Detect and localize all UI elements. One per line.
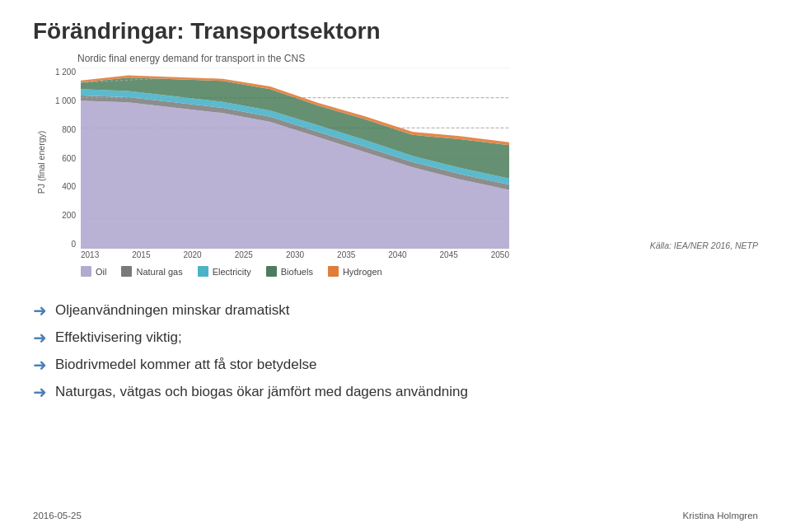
bullet-text-3: Biodrivmedel kommer att få stor betydels…: [55, 356, 316, 375]
legend-hydrogen-label: Hydrogen: [343, 267, 382, 277]
legend-natural-gas-icon: [121, 266, 132, 277]
x-label-2045: 2045: [440, 250, 458, 259]
legend-natural-gas: Natural gas: [121, 266, 182, 277]
x-axis-labels: 2013 2015 2020 2025 2030 2035 2040 2045 …: [81, 250, 509, 259]
bullet-item-3: ➜ Biodrivmedel kommer att få stor betyde…: [33, 356, 758, 375]
legend-electricity: Electricity: [198, 266, 251, 277]
x-label-2040: 2040: [388, 250, 406, 259]
chart-source: Källa: IEA/NER 2016, NETP: [650, 240, 758, 250]
x-label-2030: 2030: [286, 250, 304, 259]
chart-title: Nordic final energy demand for transport…: [77, 53, 758, 64]
y-label-0: 0: [49, 240, 76, 249]
x-label-2025: 2025: [235, 250, 253, 259]
y-label-400: 400: [49, 182, 76, 191]
chart-area: Nordic final energy demand for transport…: [33, 53, 758, 292]
bullet-text-2: Effektivisering viktig;: [55, 329, 182, 348]
x-label-2015: 2015: [132, 250, 150, 259]
bullet-arrow-2: ➜: [33, 328, 47, 348]
legend-hydrogen-icon: [328, 266, 339, 277]
x-label-2050: 2050: [491, 250, 509, 259]
area-chart: [81, 68, 509, 249]
bullet-arrow-3: ➜: [33, 355, 47, 375]
legend-biofuels: Biofuels: [266, 266, 313, 277]
bullet-text-4: Naturgas, vätgas och biogas ökar jämfört…: [55, 383, 468, 402]
bullet-text-1: Oljeanvändningen minskar dramatiskt: [55, 301, 289, 320]
bullet-arrow-1: ➜: [33, 301, 47, 320]
legend-hydrogen: Hydrogen: [328, 266, 382, 277]
y-axis-label: PJ (final energy): [33, 68, 49, 257]
y-label-600: 600: [49, 154, 76, 163]
y-label-1200: 1 200: [49, 68, 76, 77]
legend-oil-icon: [81, 266, 91, 277]
chart-legend: Oil Natural gas Electricity Biofuel: [81, 266, 758, 277]
y-label-200: 200: [49, 211, 76, 220]
footer: 2016-05-25 Kristina Holmgren: [33, 511, 758, 520]
legend-natural-gas-label: Natural gas: [136, 267, 182, 277]
x-label-2020: 2020: [183, 250, 201, 259]
bullet-item-1: ➜ Oljeanvändningen minskar dramatiskt: [33, 301, 758, 320]
bullet-list: ➜ Oljeanvändningen minskar dramatiskt ➜ …: [33, 301, 758, 402]
x-label-2013: 2013: [81, 250, 99, 259]
x-label-2035: 2035: [337, 250, 355, 259]
page: Förändringar: Transportsektorn Nordic fi…: [0, 0, 791, 532]
legend-electricity-icon: [198, 266, 208, 277]
page-title: Förändringar: Transportsektorn: [0, 0, 791, 44]
footer-author: Kristina Holmgren: [683, 511, 758, 520]
bullet-item-4: ➜ Naturgas, vätgas och biogas ökar jämfö…: [33, 383, 758, 402]
legend-oil-label: Oil: [96, 267, 106, 277]
legend-oil: Oil: [81, 266, 106, 277]
bullet-item-2: ➜ Effektivisering viktig;: [33, 329, 758, 348]
footer-date: 2016-05-25: [33, 511, 82, 520]
y-label-800: 800: [49, 125, 76, 134]
legend-biofuels-label: Biofuels: [281, 267, 313, 277]
legend-biofuels-icon: [266, 266, 277, 277]
bullet-arrow-4: ➜: [33, 382, 47, 402]
y-label-1000: 1 000: [49, 96, 76, 105]
legend-electricity-label: Electricity: [213, 267, 251, 277]
